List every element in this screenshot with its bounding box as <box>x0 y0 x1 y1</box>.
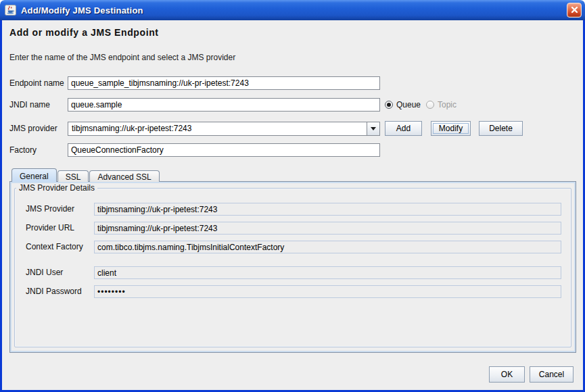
detail-jndi-user-label: JNDI User <box>26 266 63 279</box>
group-title: JMS Provider Details <box>16 183 97 193</box>
jms-provider-combobox[interactable]: tibjmsnaming://uk-pr-ipetest:7243 <box>68 122 380 136</box>
tab-ssl[interactable]: SSL <box>57 170 89 182</box>
ok-button[interactable]: OK <box>489 366 525 383</box>
close-icon <box>571 4 578 16</box>
tab-general[interactable]: General <box>11 168 57 182</box>
radio-queue-icon <box>385 101 393 109</box>
detail-jndi-password-label: JNDI Password <box>26 285 82 298</box>
detail-jms-provider-field[interactable] <box>94 203 561 216</box>
jms-provider-label: JMS provider <box>9 122 57 136</box>
page-title: Add or modify a JMS Endpoint <box>9 27 159 38</box>
modify-button[interactable]: Modify <box>431 121 471 136</box>
detail-jms-provider-label: JMS Provider <box>26 203 74 216</box>
jndi-name-label: JNDI name <box>9 98 50 112</box>
endpoint-name-input[interactable] <box>68 76 380 90</box>
detail-jndi-user-field[interactable] <box>94 266 561 279</box>
tab-bar: General SSL Advanced SSL <box>11 168 160 182</box>
title-bar[interactable]: Add/Modify JMS Destination <box>0 0 585 20</box>
endpoint-name-label: Endpoint name <box>9 76 64 90</box>
detail-context-factory-label: Context Factory <box>26 241 83 253</box>
radio-queue[interactable]: Queue <box>385 100 421 109</box>
add-button[interactable]: Add <box>385 121 422 136</box>
detail-jndi-password-field[interactable] <box>94 285 561 298</box>
cancel-button[interactable]: Cancel <box>530 366 574 383</box>
factory-input[interactable] <box>68 143 380 157</box>
tab-advanced-ssl[interactable]: Advanced SSL <box>89 170 159 182</box>
page-subtitle: Enter the name of the JMS endpoint and s… <box>9 53 235 62</box>
window-border-left <box>0 20 2 392</box>
detail-context-factory-field[interactable] <box>94 241 561 253</box>
detail-provider-url-label: Provider URL <box>26 222 74 235</box>
jndi-name-input[interactable] <box>68 98 380 112</box>
detail-provider-url-field[interactable] <box>94 222 561 235</box>
radio-queue-label: Queue <box>396 100 421 109</box>
dialog-window: Add/Modify JMS Destination Add or modify… <box>0 0 585 392</box>
radio-topic[interactable]: Topic <box>426 100 457 109</box>
close-button[interactable] <box>567 3 582 18</box>
radio-topic-label: Topic <box>438 100 457 109</box>
combo-dropdown-button[interactable] <box>367 122 379 135</box>
factory-label: Factory <box>9 143 37 157</box>
chevron-down-icon <box>371 127 376 133</box>
jms-provider-selected-value: tibjmsnaming://uk-pr-ipetest:7243 <box>72 124 191 133</box>
radio-topic-icon <box>426 101 434 109</box>
window-title: Add/Modify JMS Destination <box>21 5 143 16</box>
delete-button[interactable]: Delete <box>479 121 523 136</box>
java-icon <box>5 4 17 16</box>
